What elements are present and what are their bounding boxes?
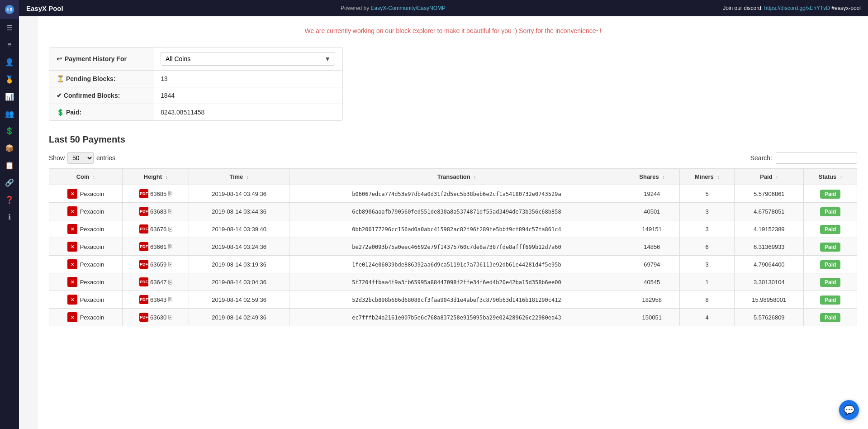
coin-dropdown-wrapper: All Coins Pexacoin ▼ xyxy=(161,52,335,66)
col-time: Time ↕ xyxy=(189,169,289,185)
history-icon: ↩ xyxy=(57,55,62,62)
col-transaction: Transaction ↕ xyxy=(289,169,624,185)
chat-bubble[interactable]: 💬 xyxy=(839,400,859,420)
sidebar-item-list[interactable]: ≡ xyxy=(0,36,19,53)
table-row: ✕PexacoinPDF63685⎘2019-08-14 03:49:36b06… xyxy=(49,185,857,203)
copy-icon[interactable]: ⎘ xyxy=(168,261,172,268)
sort-icon-time[interactable]: ↕ xyxy=(247,175,249,180)
cell-miners: 3 xyxy=(680,220,735,238)
sidebar-item-info[interactable]: ℹ xyxy=(0,208,19,225)
coin-dropdown[interactable]: All Coins Pexacoin xyxy=(161,52,335,66)
table-row: ✕PexacoinPDF63661⎘2019-08-14 03:24:36be2… xyxy=(49,238,857,256)
powered-by-text: Powered by xyxy=(341,5,369,11)
tx-hash[interactable]: 52d32bcb898b686d68088cf3faa9043d1e4abef3… xyxy=(352,297,561,303)
sort-icon-coin[interactable]: ↕ xyxy=(93,175,95,180)
sort-icon-height[interactable]: ↕ xyxy=(166,175,168,180)
discord-link[interactable]: https://discord.gg/xEhYTvD xyxy=(764,5,830,11)
cell-transaction: 52d32bcb898b686d68088cf3faa9043d1e4abef3… xyxy=(289,291,624,309)
sidebar-item-menu[interactable]: ☰ xyxy=(0,19,19,36)
payments-tbody: ✕PexacoinPDF63685⎘2019-08-14 03:49:36b06… xyxy=(49,185,857,326)
sort-icon-shares[interactable]: ↕ xyxy=(662,175,664,180)
height-icon: PDF xyxy=(139,207,148,216)
coin-name: Pexacoin xyxy=(80,296,104,303)
cell-paid: 4.19152389 xyxy=(735,220,804,238)
confirmed-blocks-row: ✔ Confirmed Blocks: 1844 xyxy=(49,87,342,104)
tx-hash[interactable]: 5f7204ffbaa4f9a3fb65995a88447098f2ffe34f… xyxy=(352,279,561,286)
cell-coin: ✕Pexacoin xyxy=(49,256,123,273)
cell-paid: 5.57906861 xyxy=(735,185,804,203)
pending-blocks-value: 13 xyxy=(153,71,342,87)
sidebar-item-badge[interactable]: 🏅 xyxy=(0,71,19,88)
sidebar-item-users[interactable]: 👤 xyxy=(0,53,19,71)
cell-height: PDF63661⎘ xyxy=(122,238,189,256)
sort-icon-paid[interactable]: ↕ xyxy=(776,175,778,180)
col-paid: Paid ↕ xyxy=(735,169,804,185)
sidebar-item-report[interactable]: 📋 xyxy=(0,157,19,174)
sort-icon-status[interactable]: ↕ xyxy=(840,175,842,180)
cell-time: 2019-08-14 03:19:36 xyxy=(189,256,289,273)
tx-hash[interactable]: 1fe0124e06039bde886392aa6d9ca51191c7a736… xyxy=(352,262,561,268)
cell-status: Paid xyxy=(804,220,857,238)
entries-label: entries xyxy=(96,154,115,162)
payment-history-row: ↩ Payment History For All Coins Pexacoin… xyxy=(49,48,342,71)
cell-height: PDF63630⎘ xyxy=(122,309,189,326)
sidebar-item-help[interactable]: ❓ xyxy=(0,191,19,208)
table-row: ✕PexacoinPDF63659⎘2019-08-14 03:19:361fe… xyxy=(49,256,857,273)
cell-height: PDF63683⎘ xyxy=(122,203,189,220)
copy-icon[interactable]: ⎘ xyxy=(168,225,172,233)
coin-name: Pexacoin xyxy=(80,191,104,197)
table-row: ✕PexacoinPDF63647⎘2019-08-14 03:04:365f7… xyxy=(49,273,857,291)
copy-icon[interactable]: ⎘ xyxy=(168,243,172,250)
tx-hash[interactable]: b06067edca774d53e97db4a0d31f2d5ec5b38beb… xyxy=(352,191,561,197)
search-area: Search: xyxy=(750,152,857,164)
col-miners: Miners ↕ xyxy=(680,169,735,185)
tx-hash[interactable]: be272a0093b75a0eec46692e79f14375760c7de8… xyxy=(352,244,561,250)
copy-icon[interactable]: ⎘ xyxy=(168,278,172,286)
height-icon: PDF xyxy=(139,295,148,304)
cell-status: Paid xyxy=(804,309,857,326)
height-icon: PDF xyxy=(139,224,148,234)
entries-select[interactable]: 10 25 50 100 xyxy=(67,152,94,164)
copy-icon[interactable]: ⎘ xyxy=(168,190,172,197)
notice-text: We are currently working on our block ex… xyxy=(304,27,601,34)
cell-shares: 14856 xyxy=(624,238,680,256)
topbar-left: EasyX Pool xyxy=(26,5,63,12)
sidebar-item-leaderboard[interactable]: 📊 xyxy=(0,88,19,105)
cell-time: 2019-08-14 03:49:36 xyxy=(189,185,289,203)
copy-icon[interactable]: ⎘ xyxy=(168,208,172,215)
show-entries: Show 10 25 50 100 entries xyxy=(49,152,115,164)
coin-name: Pexacoin xyxy=(80,261,104,268)
discord-suffix: #easyx-pool xyxy=(831,5,861,11)
table-row: ✕PexacoinPDF63630⎘2019-08-14 02:49:36ec7… xyxy=(49,309,857,326)
sidebar-item-dollar[interactable]: 💲 xyxy=(0,122,19,139)
sort-icon-miners[interactable]: ↕ xyxy=(717,175,719,180)
cell-miners: 3 xyxy=(680,203,735,220)
cell-paid: 6.31369933 xyxy=(735,238,804,256)
copy-icon[interactable]: ⎘ xyxy=(168,296,172,303)
cell-paid: 4.79064400 xyxy=(735,256,804,273)
summary-table: ↩ Payment History For All Coins Pexacoin… xyxy=(49,47,343,121)
sidebar-item-link[interactable]: 🔗 xyxy=(0,174,19,191)
height-value: 63683 xyxy=(150,208,166,215)
coin-icon: ✕ xyxy=(67,259,77,269)
sidebar-item-box[interactable]: 📦 xyxy=(0,139,19,157)
cell-coin: ✕Pexacoin xyxy=(49,203,123,220)
search-input[interactable] xyxy=(776,152,857,164)
coin-icon: ✕ xyxy=(67,189,77,199)
tx-hash[interactable]: ec7fffb24a2161e007b5e6c768a837258e915095… xyxy=(352,315,561,321)
cell-time: 2019-08-14 02:49:36 xyxy=(189,309,289,326)
app-title: EasyX Pool xyxy=(26,5,63,12)
cell-time: 2019-08-14 03:24:36 xyxy=(189,238,289,256)
cell-miners: 1 xyxy=(680,273,735,291)
sidebar-item-team[interactable]: 👥 xyxy=(0,105,19,122)
cell-shares: 150051 xyxy=(624,309,680,326)
tx-hash[interactable]: 0bb200177296cc156ad0a0abc415982ac82f96f2… xyxy=(352,226,561,233)
sort-icon-tx[interactable]: ↕ xyxy=(474,175,476,180)
cell-miners: 8 xyxy=(680,291,735,309)
coin-icon: ✕ xyxy=(67,295,77,305)
coin-name: Pexacoin xyxy=(80,226,104,233)
tx-hash[interactable]: 6cb8906aaafb790560fed551de830a8a5374871d… xyxy=(352,209,561,215)
cell-transaction: b06067edca774d53e97db4a0d31f2d5ec5b38beb… xyxy=(289,185,624,203)
copy-icon[interactable]: ⎘ xyxy=(168,314,172,321)
powered-by-link[interactable]: EasyX-Community/EasyNOMP xyxy=(371,5,446,11)
